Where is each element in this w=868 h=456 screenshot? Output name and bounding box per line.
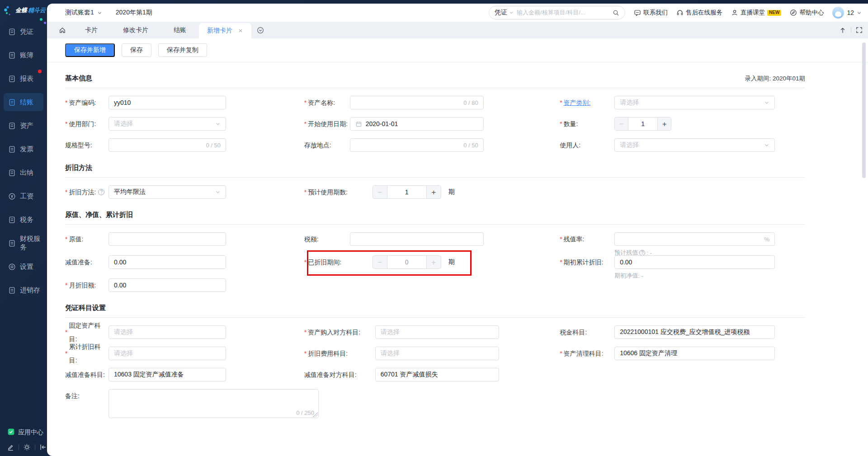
field-value: 20221000101 应交税费_应交增值税_进项税额 xyxy=(620,328,750,336)
save-and-copy-button[interactable]: 保存并复制 xyxy=(158,43,207,57)
new-badge: NEW xyxy=(767,10,781,16)
plus-icon[interactable] xyxy=(657,118,671,130)
remark-textarea[interactable]: 0 / 250 xyxy=(108,389,319,418)
quantity-value[interactable]: 1 xyxy=(628,118,657,130)
header-link-headset[interactable]: 售后在线服务 xyxy=(676,9,722,17)
help-icon[interactable] xyxy=(98,189,104,195)
monthly-depreciation-label: *月折旧额: xyxy=(65,278,108,292)
asset-code-input[interactable]: yy010 xyxy=(108,96,226,109)
logo-text: 金蝶精斗云 xyxy=(15,6,46,14)
label-text: 残值率: xyxy=(564,232,585,246)
minus-icon[interactable] xyxy=(373,186,387,198)
panel-header: 测试账套1 2020年第1期 凭证 输入金额/核算项目/科目/... 联系我们售… xyxy=(47,4,868,22)
home-tab-icon[interactable] xyxy=(52,22,72,38)
minus-icon[interactable] xyxy=(615,118,628,130)
chevron-down-icon xyxy=(215,189,221,195)
field-monthly-depreciation: *月折旧额:0.00 xyxy=(65,278,304,292)
fullscreen-icon[interactable] xyxy=(856,27,863,33)
using-department-select[interactable]: 请选择 xyxy=(108,117,226,131)
user-menu[interactable]: 12 xyxy=(832,7,862,19)
asset-category-link[interactable]: 资产类别: xyxy=(564,96,591,109)
sidebar-item-finance-service[interactable]: 财税服务 xyxy=(0,234,47,256)
voucher-icon xyxy=(8,28,16,36)
tab-active[interactable]: 新增卡片 xyxy=(199,23,251,38)
settings-icon xyxy=(8,263,16,271)
search-icon[interactable] xyxy=(613,9,619,16)
fixed-asset-account-input[interactable]: 请选择 xyxy=(108,325,226,339)
depreciation-expense-account-input[interactable]: 请选择 xyxy=(375,347,499,360)
tax-amount-input[interactable] xyxy=(350,232,484,246)
sidebar-item-invoice[interactable]: 发票 xyxy=(0,140,47,162)
tab-修改卡片[interactable]: 修改卡片 xyxy=(110,22,161,38)
start-use-date-input[interactable]: 2020-01-01 xyxy=(350,117,484,131)
sidebar-item-report[interactable]: 报表 xyxy=(0,70,47,91)
scrollbar-thumb[interactable] xyxy=(862,42,866,178)
save-button[interactable]: 保存 xyxy=(122,43,151,57)
sidebar-item-label: 报表 xyxy=(20,75,33,83)
sidebar-item-tax[interactable]: 税务 xyxy=(0,211,47,232)
asset-category-select[interactable]: 请选择 xyxy=(614,96,775,109)
asset-user-select[interactable]: 请选择 xyxy=(614,138,775,152)
global-search[interactable]: 凭证 输入金额/核算项目/科目/... xyxy=(489,6,625,19)
header-link-person[interactable]: 直播课堂NEW xyxy=(731,9,781,17)
tab-list-dropdown-icon[interactable] xyxy=(251,22,269,38)
search-input[interactable]: 输入金额/核算项目/科目/... xyxy=(517,9,609,17)
initial-accumulated-depreciation-input[interactable]: 0.00 xyxy=(614,255,775,269)
minus-icon xyxy=(373,256,387,268)
impairment-reserve-account-input[interactable]: 10603 固定资产减值准备 xyxy=(108,368,226,381)
expected-periods-stepper[interactable]: 1 xyxy=(373,185,441,199)
account-switcher[interactable]: 测试账套1 xyxy=(65,9,102,17)
sidebar-item-settings[interactable]: 设置 xyxy=(0,258,47,279)
tab-label: 修改卡片 xyxy=(123,26,148,34)
scroll-top-icon[interactable] xyxy=(839,27,846,34)
header-link-chat[interactable]: 联系我们 xyxy=(634,9,668,17)
sidebar-item-inventory[interactable]: 进销存 xyxy=(0,281,47,303)
asset-clearing-account-input[interactable]: 10606 固定资产清理 xyxy=(614,347,775,360)
field-impairment-counter-account: 减值准备对方科目:60701 资产减值损失 xyxy=(304,368,560,381)
sidebar-item-payroll[interactable]: 工资 xyxy=(0,187,47,209)
empty-cell xyxy=(560,185,805,199)
sidebar-item-closing[interactable]: 结账 xyxy=(0,93,47,115)
field-start-use-date: *开始使用日期:2020-01-01 xyxy=(304,117,560,131)
required-asterisk: * xyxy=(304,347,307,360)
search-category-select[interactable]: 凭证 xyxy=(495,9,514,17)
impairment-reserve-label: 减值准备: xyxy=(65,255,108,269)
sidebar-item-ledger[interactable]: 账簿 xyxy=(0,46,47,68)
tab-label: 卡片 xyxy=(85,26,98,34)
sidebar-item-voucher[interactable]: 凭证 xyxy=(0,23,47,44)
accumulated-depreciation-account-input[interactable]: 请选择 xyxy=(108,347,226,360)
spec-model-input[interactable]: 0 / 50 xyxy=(108,138,226,152)
depreciation-method-select[interactable]: 平均年限法 xyxy=(108,185,226,199)
section-title-text: 基本信息 xyxy=(65,74,92,83)
asset-name-input[interactable]: 0 / 80 xyxy=(350,96,484,109)
theme-icon[interactable] xyxy=(23,443,31,451)
help-icon[interactable] xyxy=(639,250,645,256)
plus-icon[interactable] xyxy=(426,186,441,198)
close-tab-icon[interactable] xyxy=(238,28,243,33)
impairment-counter-account-input[interactable]: 60701 资产减值损失 xyxy=(375,368,499,381)
edit-icon[interactable] xyxy=(7,443,14,451)
tax-account-input[interactable]: 20221000101 应交税费_应交增值税_进项税额 xyxy=(614,325,775,339)
impairment-counter-account-label: 减值准备对方科目: xyxy=(304,368,375,381)
field-placeholder: 请选择 xyxy=(381,349,400,357)
section-title-text: 凭证科目设置 xyxy=(65,304,106,312)
expected-periods-value[interactable]: 1 xyxy=(387,186,426,198)
sidebar-item-asset[interactable]: 资产 xyxy=(0,117,47,138)
resize-handle[interactable] xyxy=(313,412,318,417)
impairment-reserve-input[interactable]: 0.00 xyxy=(108,255,226,269)
collapse-sidebar-icon[interactable] xyxy=(39,443,47,451)
header-link-compass[interactable]: 帮助中心 xyxy=(790,9,824,17)
original-value-input[interactable] xyxy=(108,232,226,246)
storage-location-input[interactable]: 0 / 50 xyxy=(350,138,484,152)
quantity-stepper[interactable]: 1 xyxy=(614,117,671,131)
save-and-new-button[interactable]: 保存并新增 xyxy=(65,43,115,57)
purchase-counter-account-input[interactable]: 请选择 xyxy=(375,325,499,339)
sidebar-item-cashier[interactable]: 出纳 xyxy=(0,164,47,185)
app-center-button[interactable]: 应用中心 xyxy=(7,428,43,437)
header-link-label: 帮助中心 xyxy=(799,9,824,17)
sidebar-item-label: 账簿 xyxy=(20,51,33,60)
tab-结账[interactable]: 结账 xyxy=(161,22,199,38)
residual-rate-input[interactable]: % xyxy=(614,232,775,246)
tab-卡片[interactable]: 卡片 xyxy=(72,22,110,38)
monthly-depreciation-input[interactable]: 0.00 xyxy=(108,278,226,292)
